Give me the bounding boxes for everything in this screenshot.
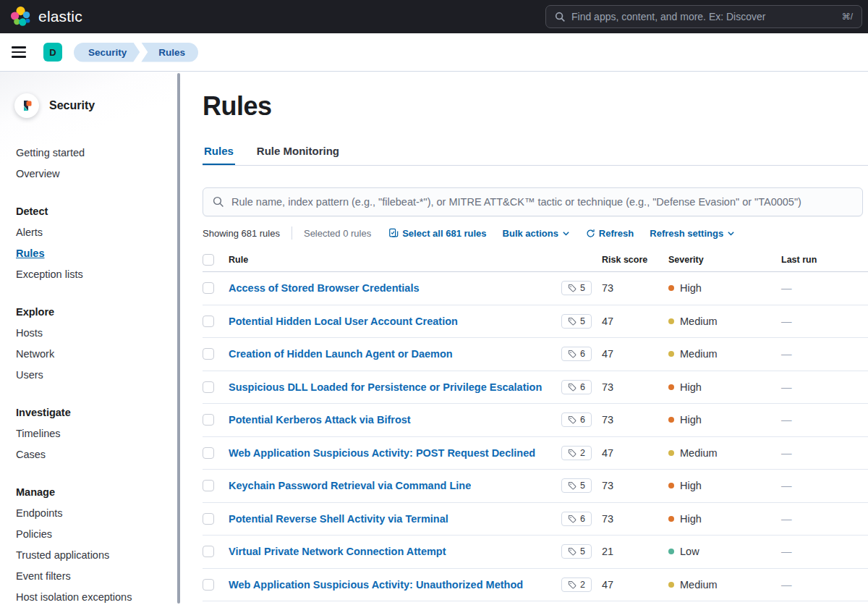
tags-badge[interactable]: 5: [561, 281, 592, 295]
sidebar-item-trusted-applications[interactable]: Trusted applications: [16, 545, 109, 566]
tags-badge[interactable]: 6: [561, 347, 592, 361]
sidebar-item-cases[interactable]: Cases: [16, 444, 46, 465]
menu-icon[interactable]: [12, 46, 26, 58]
sidebar-item-rules[interactable]: Rules: [16, 243, 45, 264]
tag-icon: [568, 580, 576, 589]
refresh-settings-button[interactable]: Refresh settings: [650, 228, 735, 239]
rule-name-link[interactable]: Creation of Hidden Launch Agent or Daemo…: [229, 348, 453, 360]
sidebar-item-exception-lists[interactable]: Exception lists: [16, 264, 83, 285]
tags-badge[interactable]: 6: [561, 380, 592, 394]
tags-badge[interactable]: 5: [561, 314, 592, 329]
select-all-button[interactable]: Select all 681 rules: [388, 228, 486, 239]
refresh-button[interactable]: Refresh: [586, 228, 634, 239]
column-header-risk-score[interactable]: Risk score: [602, 248, 668, 271]
last-run-value: —: [781, 414, 868, 426]
severity-cell: High: [668, 282, 781, 294]
sidebar-item-overview[interactable]: Overview: [16, 164, 59, 185]
tag-icon: [568, 515, 576, 523]
row-checkbox[interactable]: [203, 282, 214, 294]
severity-cell: Low: [668, 546, 781, 557]
risk-score-value: 73: [602, 381, 668, 393]
sidebar-section: Explore HostsNetworkUsers: [16, 302, 182, 386]
row-checkbox[interactable]: [203, 579, 214, 591]
table-row: Suspicious DLL Loaded for Persistence or…: [203, 371, 868, 405]
global-search[interactable]: ⌘/: [545, 5, 862, 28]
tab-rules[interactable]: Rules: [203, 145, 235, 165]
rule-name-link[interactable]: Web Application Suspicious Activity: Una…: [229, 579, 523, 591]
column-header-rule[interactable]: Rule: [229, 248, 602, 271]
tags-badge[interactable]: 6: [561, 412, 592, 427]
severity-dot: [668, 351, 674, 357]
row-checkbox[interactable]: [203, 447, 214, 459]
tags-badge[interactable]: 5: [561, 478, 592, 493]
table-row: Access of Stored Browser Credentials 5 7…: [203, 272, 868, 305]
row-checkbox[interactable]: [203, 480, 214, 491]
tags-badge[interactable]: 6: [561, 512, 592, 526]
last-run-value: —: [781, 447, 868, 459]
rule-name-link[interactable]: Keychain Password Retrieval via Command …: [229, 480, 471, 491]
tag-icon: [568, 383, 576, 392]
rules-search-input[interactable]: [231, 196, 853, 208]
column-header-severity[interactable]: Severity: [668, 248, 781, 271]
tag-icon: [568, 284, 576, 292]
rule-name-link[interactable]: Potential Reverse Shell Activity via Ter…: [229, 513, 448, 525]
global-header: elastic ⌘/: [0, 0, 868, 33]
tags-badge[interactable]: 2: [561, 446, 592, 460]
severity-cell: High: [668, 414, 781, 426]
severity-cell: Medium: [668, 447, 781, 459]
sidebar-nav: Getting started Overview Detect AlertsRu…: [0, 124, 182, 605]
rule-name-link[interactable]: Virtual Private Network Connection Attem…: [229, 546, 446, 557]
sidebar-item-alerts[interactable]: Alerts: [16, 222, 43, 243]
last-run-value: —: [781, 348, 868, 360]
rules-page: Rules Rules Rule Monitoring Showing 681 …: [182, 72, 868, 605]
rule-name-link[interactable]: Suspicious DLL Loaded for Persistence or…: [229, 381, 542, 393]
elastic-logo[interactable]: elastic: [10, 6, 82, 28]
breadcrumb-security[interactable]: Security: [74, 43, 140, 62]
sidebar-item-host-isolation-exceptions[interactable]: Host isolation exceptions: [16, 587, 132, 605]
breadcrumb-rules[interactable]: Rules: [141, 43, 198, 62]
sidebar-scrollbar[interactable]: [177, 73, 180, 604]
sidebar-item-timelines[interactable]: Timelines: [16, 423, 61, 444]
rule-name-link[interactable]: Access of Stored Browser Credentials: [229, 282, 420, 294]
space-avatar[interactable]: D: [43, 43, 62, 62]
select-all-icon: [388, 228, 399, 238]
sidebar-app-title: Security: [49, 99, 95, 112]
row-checkbox[interactable]: [203, 348, 214, 360]
column-header-last-run[interactable]: Last run: [781, 248, 868, 271]
rule-name-link[interactable]: Potential Kerberos Attack via Bifrost: [229, 414, 411, 426]
refresh-icon: [586, 229, 595, 238]
severity-dot: [668, 483, 674, 488]
tags-badge[interactable]: 2: [561, 578, 592, 592]
sidebar-item-policies[interactable]: Policies: [16, 524, 52, 545]
severity-dot: [668, 516, 674, 522]
severity-label: High: [680, 480, 702, 491]
risk-score-value: 73: [602, 282, 668, 294]
chevron-down-icon: [727, 229, 735, 237]
sidebar-item-users[interactable]: Users: [16, 365, 43, 386]
elastic-logo-text: elastic: [38, 8, 82, 25]
tab-rule-monitoring[interactable]: Rule Monitoring: [255, 145, 341, 165]
row-checkbox[interactable]: [203, 513, 214, 525]
sidebar-item-getting-started[interactable]: Getting started: [16, 143, 85, 164]
global-search-input[interactable]: [571, 11, 836, 22]
rules-search[interactable]: [203, 187, 863, 216]
sidebar-item-network[interactable]: Network: [16, 344, 54, 365]
sidebar-item-event-filters[interactable]: Event filters: [16, 566, 71, 587]
select-all-checkbox[interactable]: [203, 254, 214, 266]
severity-cell: High: [668, 381, 781, 393]
last-run-value: —: [781, 282, 868, 294]
severity-label: High: [680, 414, 702, 426]
elastic-logo-icon: [10, 6, 32, 28]
table-row: Creation of Hidden Launch Agent or Daemo…: [203, 338, 868, 371]
rule-name-link[interactable]: Potential Hidden Local User Account Crea…: [229, 316, 458, 327]
tags-badge[interactable]: 5: [561, 544, 592, 559]
row-checkbox[interactable]: [203, 414, 214, 426]
row-checkbox[interactable]: [203, 316, 214, 327]
row-checkbox[interactable]: [203, 546, 214, 557]
rule-name-link[interactable]: Web Application Suspicious Activity: POS…: [229, 447, 535, 459]
sidebar-item-hosts[interactable]: Hosts: [16, 323, 43, 344]
row-checkbox[interactable]: [203, 381, 214, 393]
sidebar-item-endpoints[interactable]: Endpoints: [16, 503, 63, 524]
last-run-value: —: [781, 579, 868, 591]
bulk-actions-button[interactable]: Bulk actions: [503, 228, 570, 239]
